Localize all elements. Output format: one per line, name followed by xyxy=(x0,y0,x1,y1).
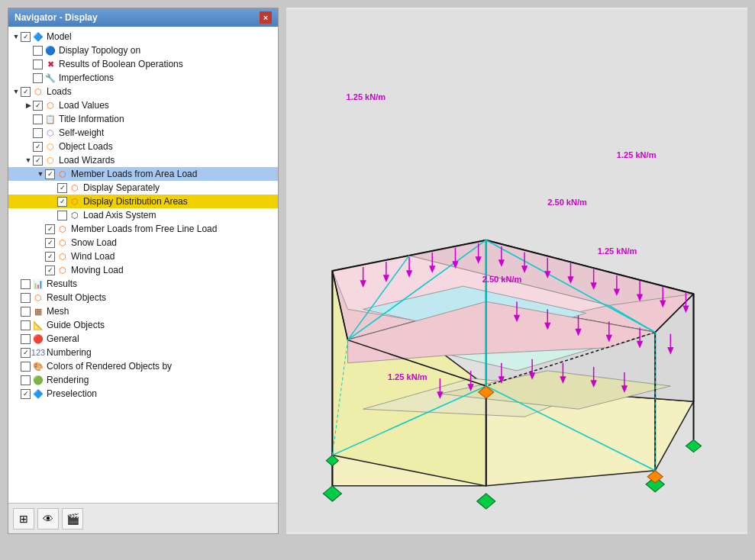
expand-arrow-general[interactable] xyxy=(11,334,21,343)
tree-item-object-loads[interactable]: ⬡Object Loads xyxy=(8,140,278,153)
checkbox-snow-load[interactable] xyxy=(45,238,55,248)
tree-item-preselection[interactable]: 🔷Preselection xyxy=(8,387,278,401)
tree-icon-moving-load: ⬡ xyxy=(56,264,69,276)
expand-arrow-load-values[interactable] xyxy=(24,101,33,110)
tree-item-display-sep[interactable]: ⬡Display Separately xyxy=(8,181,278,195)
checkbox-mesh[interactable] xyxy=(21,307,31,317)
expand-arrow-member-area[interactable] xyxy=(36,169,45,179)
tree-item-colors[interactable]: 🎨Colors of Rendered Objects by xyxy=(8,359,278,373)
tree-label-colors: Colors of Rendered Objects by xyxy=(47,361,172,372)
tree-label-load-values: Load Values xyxy=(59,100,109,111)
tree-item-load-axis[interactable]: ⬡Load Axis System xyxy=(8,208,278,222)
checkbox-rendering[interactable] xyxy=(21,375,31,385)
tree-label-display-sep: Display Separately xyxy=(83,182,160,193)
expand-arrow-numbering[interactable] xyxy=(11,348,21,357)
tree-item-mesh[interactable]: ▦Mesh xyxy=(8,304,278,318)
tree-item-title-info[interactable]: 📋Title Information xyxy=(8,112,278,126)
tree-item-wind-load[interactable]: ⬡Wind Load xyxy=(8,249,278,263)
expand-arrow-loads[interactable] xyxy=(11,87,21,96)
tree-item-model[interactable]: 🔷Model xyxy=(8,30,278,43)
tree-item-result-objects[interactable]: ⬡Result Objects xyxy=(8,291,278,304)
checkbox-load-values[interactable] xyxy=(33,101,43,111)
expand-arrow-title-info[interactable] xyxy=(24,114,33,124)
checkbox-loads[interactable] xyxy=(21,87,31,97)
svg-text:1.25 kN/m: 1.25 kN/m xyxy=(388,372,428,381)
checkbox-model[interactable] xyxy=(21,32,31,42)
navigator-titlebar: Navigator - Display × xyxy=(8,8,278,27)
tree-icon-load-axis: ⬡ xyxy=(69,209,81,221)
tree-item-load-values[interactable]: ⬡Load Values xyxy=(8,98,278,112)
checkbox-results[interactable] xyxy=(21,279,31,289)
tree-item-snow-load[interactable]: ⬡Snow Load xyxy=(8,236,278,249)
tree-icon-display-dist: ⬡ xyxy=(69,195,81,208)
checkbox-preselection[interactable] xyxy=(21,389,31,399)
tree-item-results[interactable]: 📊Results xyxy=(8,277,278,291)
tree-label-results: Results xyxy=(47,278,77,289)
tree-item-moving-load[interactable]: ⬡Moving Load xyxy=(8,263,278,277)
expand-arrow-member-free-line[interactable] xyxy=(36,224,45,233)
checkbox-guide-objects[interactable] xyxy=(21,320,31,330)
tree-label-topology: Display Topology on xyxy=(59,45,140,56)
tree-item-member-area[interactable]: ⬡Member Loads from Area Load xyxy=(8,167,278,181)
close-button[interactable]: × xyxy=(260,11,272,24)
expand-arrow-load-wizards[interactable] xyxy=(24,156,33,165)
checkbox-load-axis[interactable] xyxy=(57,211,67,220)
toolbar-grid-button[interactable]: ⊞ xyxy=(13,508,34,529)
checkbox-display-sep[interactable] xyxy=(57,183,67,193)
navigator-tree[interactable]: 🔷Model🔵Display Topology on✖Results of Bo… xyxy=(8,27,278,503)
expand-arrow-guide-objects[interactable] xyxy=(11,320,21,330)
expand-arrow-imperfections[interactable] xyxy=(24,73,33,82)
tree-item-load-wizards[interactable]: ⬡Load Wizards xyxy=(8,153,278,167)
expand-arrow-mesh[interactable] xyxy=(11,307,21,316)
tree-label-load-wizards: Load Wizards xyxy=(59,155,115,166)
tree-label-loads: Loads xyxy=(47,86,72,97)
checkbox-display-dist[interactable] xyxy=(57,197,67,207)
tree-item-general[interactable]: 🔴General xyxy=(8,332,278,346)
tree-item-selfweight[interactable]: ⬡Self-weight xyxy=(8,126,278,140)
checkbox-colors[interactable] xyxy=(21,362,31,372)
tree-item-imperfections[interactable]: 🔧Imperfections xyxy=(8,71,278,85)
tree-item-guide-objects[interactable]: 📐Guide Objects xyxy=(8,318,278,332)
tree-item-topology[interactable]: 🔵Display Topology on xyxy=(8,43,278,57)
expand-arrow-selfweight[interactable] xyxy=(24,128,33,137)
toolbar-eye-button[interactable]: 👁 xyxy=(37,508,59,529)
navigator-panel: Navigator - Display × 🔷Model🔵Display Top… xyxy=(8,8,279,534)
tree-item-loads[interactable]: ⬡Loads xyxy=(8,85,278,98)
checkbox-general[interactable] xyxy=(21,334,31,344)
checkbox-member-free-line[interactable] xyxy=(45,224,55,234)
expand-arrow-model[interactable] xyxy=(11,32,21,41)
tree-item-display-dist[interactable]: ⬡Display Distribution Areas xyxy=(8,195,278,208)
expand-arrow-load-axis[interactable] xyxy=(48,211,57,220)
tree-item-boolean[interactable]: ✖Results of Boolean Operations xyxy=(8,57,278,71)
checkbox-selfweight[interactable] xyxy=(33,128,43,138)
expand-arrow-colors[interactable] xyxy=(11,362,21,371)
checkbox-load-wizards[interactable] xyxy=(33,156,43,166)
expand-arrow-result-objects[interactable] xyxy=(11,293,21,302)
expand-arrow-snow-load[interactable] xyxy=(36,238,45,247)
checkbox-result-objects[interactable] xyxy=(21,293,31,303)
checkbox-wind-load[interactable] xyxy=(45,252,55,262)
expand-arrow-object-loads[interactable] xyxy=(24,142,33,151)
expand-arrow-display-sep[interactable] xyxy=(48,183,57,192)
checkbox-moving-load[interactable] xyxy=(45,266,55,275)
checkbox-member-area[interactable] xyxy=(45,169,55,179)
expand-arrow-boolean[interactable] xyxy=(24,60,33,69)
expand-arrow-preselection[interactable] xyxy=(11,389,21,398)
expand-arrow-topology[interactable] xyxy=(24,46,33,55)
expand-arrow-wind-load[interactable] xyxy=(36,252,45,261)
checkbox-imperfections[interactable] xyxy=(33,73,43,83)
expand-arrow-results[interactable] xyxy=(11,279,21,288)
tree-item-member-free-line[interactable]: ⬡Member Loads from Free Line Load xyxy=(8,222,278,236)
checkbox-topology[interactable] xyxy=(33,46,43,56)
checkbox-boolean[interactable] xyxy=(33,60,43,69)
tree-icon-boolean: ✖ xyxy=(44,58,56,70)
tree-item-numbering[interactable]: 123Numbering xyxy=(8,346,278,359)
expand-arrow-rendering[interactable] xyxy=(11,375,21,385)
toolbar-camera-button[interactable]: 🎬 xyxy=(62,508,83,529)
expand-arrow-display-dist[interactable] xyxy=(48,197,57,206)
checkbox-numbering[interactable] xyxy=(21,348,31,358)
tree-item-rendering[interactable]: 🟢Rendering xyxy=(8,373,278,387)
expand-arrow-moving-load[interactable] xyxy=(36,266,45,275)
checkbox-title-info[interactable] xyxy=(33,114,43,124)
checkbox-object-loads[interactable] xyxy=(33,142,43,152)
